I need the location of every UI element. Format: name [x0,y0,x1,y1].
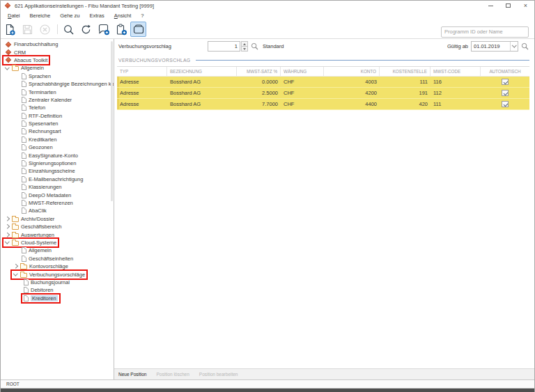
tree-item[interactable]: Debitoren [1,286,114,294]
tree-item[interactable]: Telefon [1,104,114,111]
valid-from-search-button[interactable] [521,42,529,50]
maximize-button[interactable] [499,1,517,10]
tree-item[interactable]: Geschäftseinheiten [1,255,114,262]
tree-item[interactable]: Kreditkarten [1,136,114,143]
close-button[interactable]: × [517,1,534,10]
minimize-button[interactable] [482,1,499,10]
action-button[interactable]: Neue Position [118,372,146,377]
tree-item-label: Kreditoren [31,295,58,301]
menu-item[interactable]: Datei [3,13,25,19]
expand-arrow-icon[interactable] [5,225,10,228]
menu-item[interactable]: Ansicht [109,13,137,19]
save-icon [22,24,33,36]
refresh-button[interactable] [78,22,94,37]
selector-search-button[interactable] [251,42,258,50]
tree-item[interactable]: DeepO Metadaten [1,191,114,198]
tree-item[interactable]: Finanzbuchhaltung [1,40,114,48]
expand-arrow-icon[interactable] [13,273,18,276]
tree-item[interactable]: Kontovorschläge [1,262,114,270]
tree-item[interactable]: Klassierungen [1,183,114,191]
table-header-cell[interactable]: MWST-SATZ % [237,67,281,76]
automatisch-checkbox[interactable] [502,79,509,85]
tree-item[interactable]: Buchungsjournal [1,279,114,286]
cell-mwst-code: 111 [431,99,481,109]
tree-item[interactable]: Signierungsoptionen [1,159,114,167]
tree-item[interactable]: Abacus Toolkit [1,56,114,64]
tree-item-label: Kontovorschläge [29,263,68,269]
table-header-cell[interactable]: BEZEICHNUNG [167,67,237,76]
table-row[interactable]: Adresse Bosshard AG 0.0000 CHF 4003 111 … [117,77,529,88]
paste-add-button[interactable] [113,22,129,37]
comment-add-button[interactable] [95,22,111,37]
tree-item[interactable]: Sprachabhängige Bezeichnungen kopieren [1,80,114,88]
tree-item[interactable]: CRM [1,48,114,56]
expand-arrow-icon[interactable] [5,233,10,237]
tree-item[interactable]: MWST-Referenzen [1,199,114,207]
section-divider [196,60,529,61]
menu-item[interactable]: Extras [84,13,109,19]
tree-item[interactable]: Einzahlungsscheine [1,167,114,175]
tree-item[interactable]: Cloud-Systeme [1,239,114,246]
search-icon [251,42,258,50]
tree-item[interactable]: Allgemein [1,246,114,254]
search-button[interactable] [61,22,77,37]
table-row[interactable]: Adresse Bosshard AG 2.5000 CHF 4200 191 … [117,88,529,99]
tree-item-icon [22,128,26,134]
tree-scrollbar[interactable] [111,41,113,201]
window-controls: × [482,1,534,10]
tree-item[interactable]: Spesenarten [1,120,114,127]
bottom-edge [1,388,534,392]
tree-item[interactable]: Archiv/Dossier [1,215,114,223]
automatisch-checkbox[interactable] [502,101,509,107]
menu-item[interactable]: Bereiche [25,13,56,19]
table-header-cell[interactable]: KONTO [324,67,380,76]
spinner-down-button[interactable] [241,47,248,52]
tree-item-label: Debitoren [31,287,54,293]
tree-item-icon [22,207,26,214]
table-header-cell[interactable]: AUTOMATISCH [481,67,529,76]
selector-input[interactable]: 1 [208,41,240,52]
tree-item-label: Allgemein [21,65,44,71]
tree-item[interactable]: EasySignature-Konto [1,151,114,159]
tree-item[interactable]: Zentraler Kalender [1,96,114,104]
tree-item[interactable]: Rechnungsart [1,127,114,135]
tree-item[interactable]: Auswertungen [1,230,114,238]
menu-item[interactable]: Gehe zu [55,13,84,19]
tree-item[interactable]: AbaClik [1,207,114,214]
tree-item-icon [12,66,19,71]
tree-item-label: Einzahlungsscheine [29,168,75,174]
table-header-cell[interactable]: WÄHRUNG [281,67,324,76]
table-row[interactable]: Adresse Bosshard AG 7.7000 CHF 4400 420 … [117,99,529,110]
tree-item[interactable]: Verbuchungsvorschläge [1,270,114,278]
menu-item[interactable]: ? [136,13,148,19]
automatisch-checkbox[interactable] [502,90,509,96]
tree-item[interactable]: Kreditoren [1,295,114,302]
valid-from-input[interactable]: 01.01.2019 [471,41,518,52]
tree-item[interactable]: Allgemein [1,64,114,72]
tree-item-label: Finanzbuchhaltung [14,41,58,47]
table-header-cell[interactable]: MWST-CODE [431,67,481,76]
spinner-down-icon [243,48,246,50]
cell-automatisch [481,77,529,87]
tree-item[interactable]: Geozonen [1,143,114,151]
program-window-button[interactable] [130,22,146,37]
expand-arrow-icon[interactable] [5,241,10,244]
table-header-cell[interactable]: KOSTENSTELLE [380,67,431,76]
search-icon [63,24,75,36]
date-dropdown-button[interactable] [510,42,518,51]
spinner-up-button[interactable] [241,41,248,47]
action-button[interactable]: Position bearbeiten [199,372,238,377]
table-header-cell[interactable]: TYP [117,67,167,76]
expand-arrow-icon[interactable] [5,217,10,221]
new-document-button[interactable] [2,22,18,37]
action-button[interactable]: Position löschen [156,372,189,377]
program-search-input[interactable] [441,26,529,38]
expand-arrow-icon[interactable] [5,67,10,70]
tree-item[interactable]: Sprachen [1,72,114,80]
tree-item-icon [24,279,29,285]
tree-item[interactable]: Terminarten [1,88,114,95]
expand-arrow-icon[interactable] [13,265,18,268]
tree-item[interactable]: RTF-Definition [1,112,114,120]
tree-item[interactable]: E-Mailbenachrichtigung [1,175,114,183]
tree-item[interactable]: Geschäftsbereich [1,223,114,230]
